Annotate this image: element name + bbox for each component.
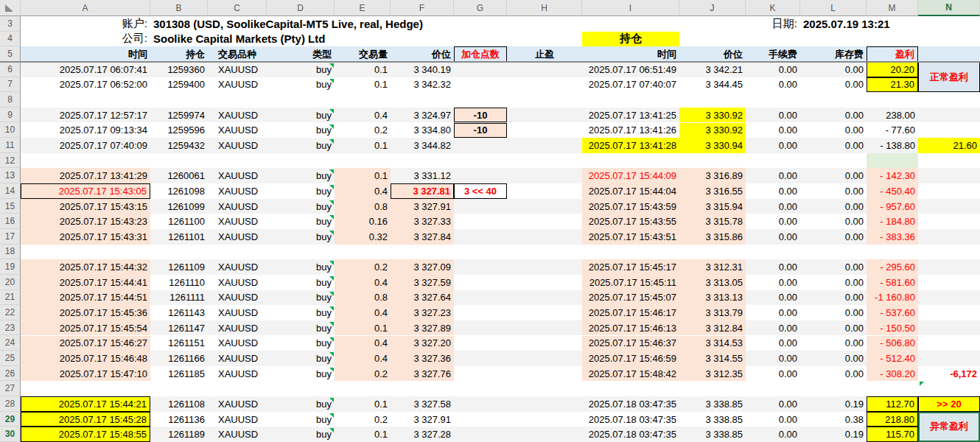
cell-k26[interactable]: 0.00 (746, 366, 800, 382)
cell-f19[interactable]: 3 327.09 (391, 259, 454, 275)
cell-k7[interactable]: 0.00 (746, 77, 800, 93)
cell-e22[interactable]: 0.4 (335, 305, 391, 320)
cell-m23[interactable]: - 150.50 (867, 320, 918, 336)
cell-m9[interactable]: 238.00 (867, 108, 918, 123)
cell-m6[interactable]: 20.20 (867, 62, 918, 77)
cell-c9[interactable]: XAUUSD (208, 108, 267, 123)
cell-d30[interactable]: buy (267, 427, 335, 442)
cell-i15[interactable]: 2025.07.17 15:43:59 (582, 199, 679, 214)
cell-a13[interactable]: 2025.07.17 13:41:29 (21, 168, 150, 183)
row-number-9[interactable]: 9 (0, 108, 21, 123)
cell-d29[interactable]: buy (267, 412, 335, 427)
row-number-26[interactable]: 26 (0, 366, 21, 382)
cell-b24[interactable]: 1261151 (150, 336, 208, 351)
cell-f7[interactable]: 3 342.32 (391, 77, 454, 93)
cell-f11[interactable]: 3 344.82 (391, 138, 454, 153)
cell-e5[interactable]: 交易量 (335, 46, 391, 62)
cell-a20[interactable]: 2025.07.17 15:44:41 (21, 275, 150, 290)
cell-f21[interactable]: 3 327.64 (391, 290, 454, 306)
cell-d15[interactable]: buy (267, 199, 335, 214)
cell-l17[interactable]: 0.00 (800, 229, 867, 245)
cell-l21[interactable]: 0.00 (800, 290, 867, 306)
cell-c30[interactable]: XAUUSD (208, 427, 267, 442)
cell-b10[interactable]: 1259596 (150, 123, 208, 138)
cell-f14[interactable]: 3 327.81 (391, 183, 454, 199)
cell-i21[interactable]: 2025.07.17 15:45:07 (582, 290, 679, 306)
cell-c19[interactable]: XAUUSD (208, 259, 267, 275)
cell-l14[interactable]: 0.00 (800, 183, 867, 199)
cell-a26[interactable]: 2025.07.17 15:47:10 (21, 366, 150, 382)
cell-e20[interactable]: 0.4 (335, 275, 391, 290)
cell-a21[interactable]: 2025.07.17 15:44:51 (21, 290, 150, 306)
cell-c16[interactable]: XAUUSD (208, 214, 267, 229)
cell-j23[interactable]: 3 312.84 (679, 320, 746, 336)
cell-d24[interactable]: buy (267, 336, 335, 351)
cell-k29[interactable]: 0.00 (746, 412, 800, 427)
cell-l24[interactable]: 0.00 (800, 336, 867, 351)
cell-d19[interactable]: buy (267, 259, 335, 275)
cell-f30[interactable]: 3 327.28 (391, 427, 454, 442)
cell-c20[interactable]: XAUUSD (208, 275, 267, 290)
cell-m10[interactable]: - 77.60 (867, 123, 918, 138)
row-number-28[interactable]: 28 (0, 396, 21, 412)
column-header-c[interactable]: C (208, 0, 267, 16)
cell-e7[interactable]: 0.1 (335, 77, 391, 93)
cell-m29[interactable]: 218.80 (867, 412, 918, 427)
cell-l9[interactable]: 0.00 (800, 108, 867, 123)
cell-j14[interactable]: 3 316.55 (679, 183, 746, 199)
cell-a22[interactable]: 2025.07.17 15:45:36 (21, 305, 150, 320)
cell-i13[interactable]: 2025.07.17 15:44:09 (582, 168, 679, 183)
cell-e14[interactable]: 0.4 (335, 183, 391, 199)
cell-e23[interactable]: 0.1 (335, 320, 391, 336)
column-header-e[interactable]: E (335, 0, 391, 16)
cell-k19[interactable]: 0.00 (746, 259, 800, 275)
cell-m26[interactable]: - 308.20 (867, 366, 918, 382)
cell-b17[interactable]: 1261101 (150, 229, 208, 245)
cell-k25[interactable]: 0.00 (746, 351, 800, 366)
cell-j17[interactable]: 3 315.86 (679, 229, 746, 245)
position-tag[interactable]: 持仓 (582, 32, 679, 47)
profit-header[interactable]: 盈利 (867, 46, 918, 62)
cell-j11[interactable]: 3 330.94 (679, 138, 746, 153)
cell-m13[interactable]: - 142.30 (867, 168, 918, 183)
cell-j25[interactable]: 3 314.55 (679, 351, 746, 366)
cell-e21[interactable]: 0.8 (335, 290, 391, 306)
cell-a23[interactable]: 2025.07.17 15:45:54 (21, 320, 150, 336)
cell-i11[interactable]: 2025.07.17 13:41:28 (582, 138, 679, 153)
cell-d16[interactable]: buy (267, 214, 335, 229)
cell-m24[interactable]: - 506.80 (867, 336, 918, 351)
column-header-m[interactable]: M (867, 0, 918, 16)
cell-a19[interactable]: 2025.07.17 15:44:32 (21, 259, 150, 275)
row-number-22[interactable]: 22 (0, 305, 21, 320)
cell-i29[interactable]: 2025.07.18 03:47:35 (582, 412, 679, 427)
column-header-g[interactable]: G (454, 0, 507, 16)
cell-b7[interactable]: 1259400 (150, 77, 208, 93)
cell-i9[interactable]: 2025.07.17 13:41:25 (582, 108, 679, 123)
cell-e24[interactable]: 0.4 (335, 336, 391, 351)
cell-m25[interactable]: - 512.40 (867, 351, 918, 366)
cell-f24[interactable]: 3 327.20 (391, 336, 454, 351)
column-header-i[interactable]: I (582, 0, 679, 16)
cell-a15[interactable]: 2025.07.17 15:43:15 (21, 199, 150, 214)
cell-d22[interactable]: buy (267, 305, 335, 320)
cell-j30[interactable]: 3 338.85 (679, 427, 746, 442)
row-number-18[interactable]: 18 (0, 245, 21, 260)
cell-i14[interactable]: 2025.07.17 15:44:04 (582, 183, 679, 199)
cell-c25[interactable]: XAUUSD (208, 351, 267, 366)
cell-f25[interactable]: 3 327.36 (391, 351, 454, 366)
cell-i30[interactable]: 2025.07.18 03:47:35 (582, 427, 679, 442)
cell-c29[interactable]: XAUUSD (208, 412, 267, 427)
cell-a16[interactable]: 2025.07.17 15:43:23 (21, 214, 150, 229)
cell-m21[interactable]: -1 160.80 (867, 290, 918, 306)
cell-f10[interactable]: 3 334.80 (391, 123, 454, 138)
cell-i23[interactable]: 2025.07.17 15:46:13 (582, 320, 679, 336)
cell-g10[interactable]: -10 (454, 123, 507, 138)
cell-c23[interactable]: XAUUSD (208, 320, 267, 336)
cell-d26[interactable]: buy (267, 366, 335, 382)
row-number-5[interactable]: 5 (0, 46, 21, 62)
cell-l15[interactable]: 0.00 (800, 199, 867, 214)
cell-l23[interactable]: 0.00 (800, 320, 867, 336)
column-header-h[interactable]: H (507, 0, 582, 16)
cell-b19[interactable]: 1261109 (150, 259, 208, 275)
column-header-f[interactable]: F (391, 0, 454, 16)
